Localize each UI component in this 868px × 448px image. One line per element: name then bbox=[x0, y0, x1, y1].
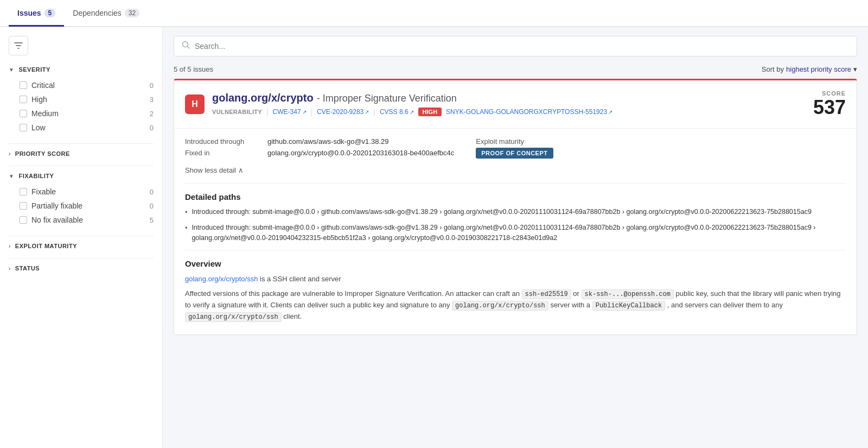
tab-dependencies-label: Dependencies bbox=[73, 9, 122, 17]
exploit-section-header[interactable]: › EXPLOIT MATURITY bbox=[9, 243, 154, 249]
critical-label: Critical bbox=[31, 81, 145, 90]
medium-label: Medium bbox=[31, 109, 145, 118]
filter-fixable[interactable]: Fixable 0 bbox=[9, 185, 154, 199]
issue-package-name: golang.org/x/crypto bbox=[212, 92, 314, 104]
filter-critical[interactable]: Critical 0 bbox=[9, 78, 154, 92]
critical-checkbox[interactable] bbox=[20, 81, 27, 89]
low-label: Low bbox=[31, 123, 145, 132]
issue-meta: VULNERABILITY | CWE-347 | CVE-2020-9283 … bbox=[212, 108, 813, 116]
medium-count: 2 bbox=[150, 110, 154, 118]
fixable-checkbox[interactable] bbox=[20, 188, 27, 195]
meta-cvss-link[interactable]: CVSS 8.6 bbox=[380, 108, 414, 116]
meta-sep1: | bbox=[266, 108, 269, 116]
tab-issues[interactable]: Issues 5 bbox=[9, 1, 64, 27]
overview-intro-line: golang.org/x/crypto/ssh is a SSH client … bbox=[185, 274, 846, 285]
issue-vuln-desc: - Improper Signature Verification bbox=[317, 93, 457, 104]
overview-title: Overview bbox=[185, 259, 846, 268]
code-1: ssh-ed25519 bbox=[522, 289, 571, 299]
exploit-chevron: › bbox=[9, 243, 11, 249]
high-count: 3 bbox=[150, 96, 154, 104]
fixability-section-label: FIXABILITY bbox=[18, 173, 54, 179]
filter-high[interactable]: High 3 bbox=[9, 92, 154, 106]
path-item-1: Introduced through: submit-image@0.0.0 ›… bbox=[185, 207, 846, 218]
show-less-chevron: ∧ bbox=[238, 166, 244, 174]
no-fix-label: No fix available bbox=[31, 216, 145, 224]
partially-fixable-checkbox[interactable] bbox=[20, 202, 27, 210]
severity-section-header[interactable]: ▼ SEVERITY bbox=[9, 66, 154, 73]
proof-of-concept-badge: PROOF OF CONCEPT bbox=[476, 148, 553, 159]
exploit-maturity-label: Exploit maturity bbox=[476, 137, 524, 146]
search-icon bbox=[182, 41, 190, 52]
issue-card: H golang.org/x/crypto - Improper Signatu… bbox=[174, 79, 857, 335]
medium-checkbox[interactable] bbox=[20, 110, 27, 117]
results-count: 5 of 5 issues bbox=[174, 65, 213, 73]
status-chevron: › bbox=[9, 266, 11, 272]
priority-chevron: › bbox=[9, 151, 11, 157]
fixable-label: Fixable bbox=[31, 187, 145, 196]
low-checkbox[interactable] bbox=[20, 124, 27, 131]
no-fix-count: 5 bbox=[150, 216, 154, 224]
filter-section-status: › STATUS bbox=[9, 265, 154, 272]
search-input[interactable] bbox=[195, 42, 849, 51]
status-section-header[interactable]: › STATUS bbox=[9, 265, 154, 272]
issue-card-header: H golang.org/x/crypto - Improper Signatu… bbox=[174, 80, 857, 129]
meta-severity-tag: HIGH bbox=[418, 108, 442, 116]
code-4: PublicKeyCallback bbox=[592, 301, 665, 311]
content-area: 5 of 5 issues Sort by highest priority s… bbox=[163, 27, 868, 448]
partially-fixable-label: Partially fixable bbox=[31, 201, 145, 210]
overview-link[interactable]: golang.org/x/crypto/ssh bbox=[185, 275, 258, 283]
exploit-section-label: EXPLOIT MATURITY bbox=[15, 243, 77, 249]
sidebar: ▼ SEVERITY Critical 0 High 3 Medium 2 Lo… bbox=[0, 27, 163, 448]
filter-partially-fixable[interactable]: Partially fixable 0 bbox=[9, 199, 154, 213]
filter-section-priority: › PRIORITY SCORE bbox=[9, 150, 154, 157]
show-less-label: Show less detail bbox=[185, 166, 236, 174]
code-2: sk-ssh-...@openssh.com bbox=[582, 289, 674, 299]
fixability-section-header[interactable]: ▼ FIXABILITY bbox=[9, 173, 154, 179]
fixable-count: 0 bbox=[150, 188, 154, 196]
show-less-button[interactable]: Show less detail ∧ bbox=[185, 164, 244, 176]
overview-text-5: , and servers can deliver them to any bbox=[667, 301, 783, 309]
meta-type-label: VULNERABILITY bbox=[212, 109, 262, 115]
meta-cwe-link[interactable]: CWE-347 bbox=[273, 108, 307, 116]
results-bar: 5 of 5 issues Sort by highest priority s… bbox=[174, 65, 857, 73]
path-text-2: Introduced through: submit-image@0.0.0 ›… bbox=[192, 223, 846, 243]
filter-icon-button[interactable] bbox=[9, 36, 28, 55]
path-text-1: Introduced through: submit-image@0.0.0 ›… bbox=[192, 207, 812, 217]
issue-title-block: golang.org/x/crypto - Improper Signature… bbox=[212, 92, 813, 116]
overview-text-4: server with a bbox=[550, 301, 590, 309]
sort-value: highest priority score bbox=[786, 65, 851, 73]
paths-list: Introduced through: submit-image@0.0.0 ›… bbox=[185, 207, 846, 243]
overview-text-2: or bbox=[573, 289, 579, 298]
tab-issues-badge: 5 bbox=[44, 9, 56, 17]
introduced-through-label: Introduced through bbox=[185, 137, 261, 146]
sort-control[interactable]: Sort by highest priority score ▾ bbox=[762, 65, 857, 73]
meta-cve-link[interactable]: CVE-2020-9283 bbox=[317, 108, 369, 116]
low-count: 0 bbox=[150, 124, 154, 132]
meta-sep2: | bbox=[311, 108, 313, 116]
fixed-in-label: Fixed in bbox=[185, 149, 261, 157]
no-fix-checkbox[interactable] bbox=[20, 216, 27, 224]
tab-issues-label: Issues bbox=[17, 9, 41, 17]
priority-section-label: PRIORITY SCORE bbox=[15, 150, 70, 157]
code-5: golang.org/x/crypto/ssh bbox=[185, 312, 282, 322]
severity-chevron: ▼ bbox=[9, 67, 14, 73]
filter-low[interactable]: Low 0 bbox=[9, 121, 154, 135]
tabs-bar: Issues 5 Dependencies 32 bbox=[0, 0, 868, 27]
code-3: golang.org/x/crypto/ssh bbox=[452, 301, 548, 311]
filter-no-fix[interactable]: No fix available 5 bbox=[9, 213, 154, 227]
filter-medium[interactable]: Medium 2 bbox=[9, 106, 154, 121]
priority-section-header[interactable]: › PRIORITY SCORE bbox=[9, 150, 154, 157]
search-bar bbox=[174, 36, 857, 56]
tab-dependencies[interactable]: Dependencies 32 bbox=[64, 1, 148, 27]
filter-section-fixability: ▼ FIXABILITY Fixable 0 Partially fixable… bbox=[9, 173, 154, 227]
overview-body: Affected versions of this package are vu… bbox=[185, 288, 846, 323]
high-checkbox[interactable] bbox=[20, 96, 27, 103]
exploit-block: Exploit maturity PROOF OF CONCEPT bbox=[476, 137, 553, 159]
sort-chevron: ▾ bbox=[853, 65, 857, 73]
high-label: High bbox=[31, 95, 145, 104]
filter-section-severity: ▼ SEVERITY Critical 0 High 3 Medium 2 Lo… bbox=[9, 66, 154, 135]
meta-snyk-link[interactable]: SNYK-GOLANG-GOLANGORGXCRYPTOSSH-551923 bbox=[446, 108, 612, 116]
meta-sep3: | bbox=[373, 108, 375, 116]
path-item-2: Introduced through: submit-image@0.0.0 ›… bbox=[185, 223, 846, 243]
score-value: 537 bbox=[813, 97, 846, 118]
